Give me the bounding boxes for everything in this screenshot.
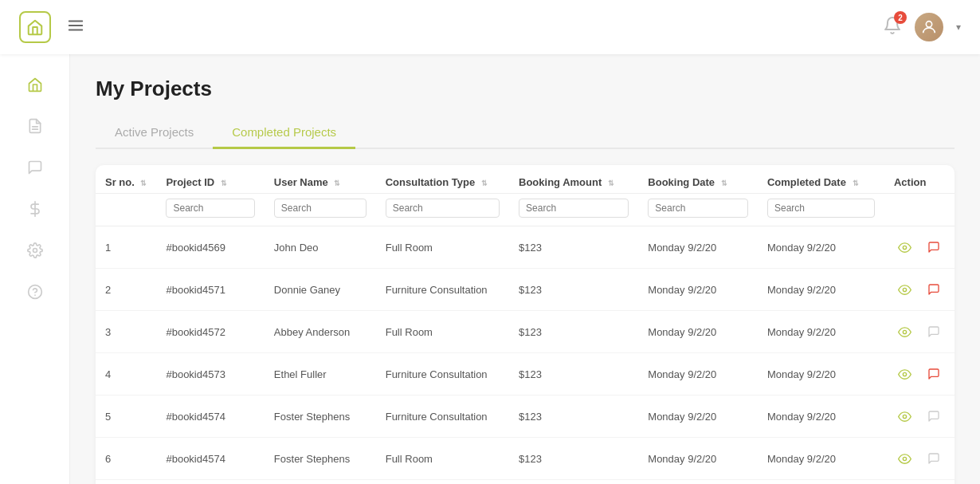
cell-completed-date: Monday 9/2/20: [758, 438, 884, 480]
message-button[interactable]: [923, 236, 945, 258]
avatar[interactable]: [915, 13, 943, 41]
cell-action: [884, 395, 955, 438]
message-button[interactable]: [923, 363, 945, 385]
view-button[interactable]: [894, 278, 916, 301]
tabs-container: Active Projects Completed Projects: [96, 117, 955, 149]
cell-project-id: #bookid4574: [156, 438, 264, 480]
message-button[interactable]: [923, 321, 945, 343]
cell-user-name: Foster Stephens: [265, 438, 376, 480]
search-project-id[interactable]: [156, 194, 264, 226]
sort-arrows-pid: ⇅: [221, 179, 227, 187]
notification-button[interactable]: 2: [883, 16, 902, 38]
page-title: My Projects: [96, 77, 955, 101]
cell-project-id: #bookid4572: [156, 311, 264, 353]
cell-sr: 1: [96, 226, 156, 269]
cell-action: [884, 269, 955, 311]
main-content: My Projects Active Projects Completed Pr…: [70, 54, 980, 484]
sort-arrows-user: ⇅: [334, 179, 340, 187]
svg-point-12: [904, 330, 907, 333]
sort-arrows-completed: ⇅: [853, 179, 859, 187]
search-booking-date[interactable]: [638, 194, 758, 226]
cell-user-name: John Deo: [265, 226, 376, 269]
message-button[interactable]: [923, 447, 945, 470]
sidebar-item-chat[interactable]: [18, 150, 53, 185]
search-user-name[interactable]: [265, 194, 376, 226]
cell-user-name: Donnie Ganey: [265, 269, 376, 311]
table-row: 7 #bookid4574 Foster Stephens Furniture …: [96, 480, 955, 485]
cell-sr: 4: [96, 353, 156, 395]
cell-consultation: Full Room: [376, 311, 509, 353]
notification-badge: 2: [894, 11, 907, 24]
cell-user-name: Ethel Fuller: [265, 353, 376, 395]
cell-amount: $123: [509, 395, 638, 438]
col-project-id: Project ID ⇅: [156, 165, 264, 194]
cell-consultation: Full Room: [376, 226, 509, 269]
message-button[interactable]: [923, 405, 945, 427]
sidebar-item-home[interactable]: [18, 67, 53, 102]
sidebar-item-document[interactable]: [18, 108, 53, 144]
search-completed-date-input[interactable]: [767, 199, 875, 218]
cell-sr: 6: [96, 438, 156, 480]
col-consultation: Consultation Type ⇅: [376, 165, 509, 194]
view-button[interactable]: [894, 236, 916, 258]
table-row: 5 #bookid4574 Foster Stephens Furniture …: [96, 395, 955, 438]
col-user-name: User Name ⇅: [265, 165, 376, 194]
message-button[interactable]: [923, 278, 945, 301]
cell-booking-date: Monday 9/2/20: [638, 311, 758, 353]
table-header-row: Sr no. ⇅ Project ID ⇅ User Name ⇅ Consul…: [96, 165, 955, 194]
search-booking-date-input[interactable]: [648, 199, 748, 218]
cell-booking-date: Monday 9/2/20: [638, 438, 758, 480]
cell-completed-date: Monday 9/2/20: [758, 226, 884, 269]
sidebar-item-help[interactable]: [18, 274, 53, 309]
user-chevron-icon[interactable]: ▾: [956, 22, 961, 33]
sidebar-item-billing[interactable]: [18, 191, 53, 226]
cell-consultation: Furniture Consultation: [376, 269, 509, 311]
hamburger-icon[interactable]: [67, 17, 84, 38]
search-amount-input[interactable]: [519, 199, 629, 218]
cell-project-id: #bookid4569: [156, 226, 264, 269]
svg-point-10: [904, 246, 907, 249]
sort-arrows-consult: ⇅: [481, 179, 488, 187]
view-button[interactable]: [894, 363, 916, 385]
view-button[interactable]: [894, 321, 916, 343]
app-logo: [19, 11, 51, 43]
cell-amount: $123: [509, 269, 638, 311]
search-consultation[interactable]: [376, 194, 509, 226]
table-row: 1 #bookid4569 John Deo Full Room $123 Mo…: [96, 226, 955, 269]
cell-consultation: Furniture Consultation: [376, 395, 509, 438]
table-search-row: [96, 194, 955, 226]
view-button[interactable]: [894, 405, 916, 427]
table-body: 1 #bookid4569 John Deo Full Room $123 Mo…: [96, 226, 955, 485]
search-completed-date[interactable]: [758, 194, 884, 226]
sort-arrows-booking: ⇅: [721, 179, 727, 187]
svg-point-11: [904, 288, 907, 291]
table-row: 3 #bookid4572 Abbey Anderson Full Room $…: [96, 311, 955, 353]
sidebar: [0, 54, 70, 484]
cell-action: [884, 226, 955, 269]
cell-amount: $123: [509, 311, 638, 353]
cell-booking-date: Monday 9/2/20: [638, 269, 758, 311]
search-action: [884, 194, 955, 226]
search-project-id-input[interactable]: [166, 199, 254, 218]
cell-action: [884, 353, 955, 395]
cell-consultation: Full Room: [376, 438, 509, 480]
cell-project-id: #bookid4571: [156, 269, 264, 311]
svg-point-3: [926, 22, 931, 27]
table-row: 4 #bookid4573 Ethel Fuller Furniture Con…: [96, 353, 955, 395]
topbar: 2 ▾: [0, 0, 980, 54]
cell-amount: $123: [509, 353, 638, 395]
cell-booking-date: Monday 9/2/20: [638, 353, 758, 395]
cell-user-name: Foster Stephens: [265, 480, 376, 485]
tab-active-projects[interactable]: Active Projects: [96, 117, 213, 149]
tab-completed-projects[interactable]: Completed Projects: [213, 117, 355, 149]
cell-completed-date: Monday 9/2/20: [758, 353, 884, 395]
topbar-right: 2 ▾: [883, 13, 961, 41]
projects-table: Sr no. ⇅ Project ID ⇅ User Name ⇅ Consul…: [96, 165, 955, 484]
view-button[interactable]: [894, 447, 916, 470]
sidebar-item-settings[interactable]: [18, 233, 53, 268]
cell-booking-date: Monday 9/2/20: [638, 226, 758, 269]
search-consultation-input[interactable]: [386, 199, 500, 218]
col-action: Action: [884, 165, 955, 194]
search-amount[interactable]: [509, 194, 638, 226]
search-user-name-input[interactable]: [274, 199, 367, 218]
